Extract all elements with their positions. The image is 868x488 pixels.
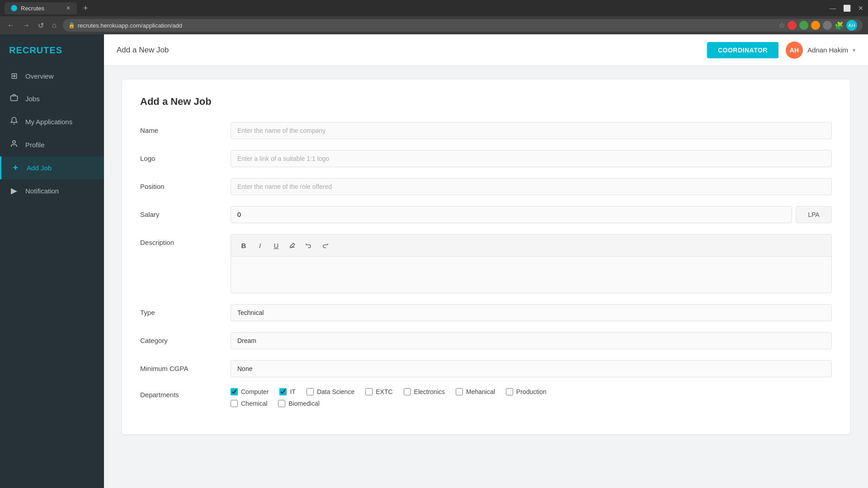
- dept-it[interactable]: IT: [279, 388, 295, 395]
- extensions-icon[interactable]: 🧩: [835, 21, 844, 30]
- dept-extc-label: EXTC: [376, 388, 392, 395]
- name-input[interactable]: [231, 122, 832, 139]
- jobs-icon: [9, 94, 19, 104]
- description-label: Description: [140, 234, 231, 246]
- dept-data-science[interactable]: Data Science: [307, 388, 354, 395]
- dept-computer-label: Computer: [241, 388, 269, 395]
- dept-biomedical-checkbox[interactable]: [278, 400, 285, 407]
- ext-icon-g1[interactable]: [799, 21, 808, 30]
- min-cgpa-select[interactable]: None 6.0 6.5 7.0 7.5 8.0: [231, 360, 832, 377]
- user-initials: AH: [790, 47, 799, 54]
- dept-extc-checkbox[interactable]: [365, 388, 373, 395]
- category-field: Dream Super Dream Open Dream: [231, 332, 832, 349]
- dept-mehanical-checkbox[interactable]: [456, 388, 463, 395]
- my-applications-icon: [9, 117, 19, 127]
- form-row-name: Name: [140, 122, 832, 139]
- user-info[interactable]: AH Adnan Hakim ▾: [786, 42, 855, 59]
- sidebar-item-label: Overview: [25, 72, 54, 80]
- erase-btn[interactable]: [285, 238, 300, 253]
- sidebar-nav: ⊞ Overview Jobs My Applications Prof: [0, 65, 104, 488]
- dept-data-science-checkbox[interactable]: [307, 388, 314, 395]
- dept-extc[interactable]: EXTC: [365, 388, 392, 395]
- ext-icon-acrobat[interactable]: [788, 21, 797, 30]
- dept-it-label: IT: [290, 388, 295, 395]
- sidebar-item-notification[interactable]: ▶ Notification: [0, 179, 104, 202]
- form-card: Add a New Job Name Logo P: [122, 80, 850, 434]
- nav-home-btn[interactable]: ⌂: [50, 19, 58, 31]
- maximize-btn[interactable]: ⬜: [843, 5, 851, 12]
- form-row-salary: Salary LPA: [140, 206, 832, 223]
- user-dropdown-arrow[interactable]: ▾: [853, 47, 855, 53]
- sidebar-item-add-job[interactable]: + Add Job: [0, 156, 104, 179]
- minimize-btn[interactable]: —: [830, 5, 836, 12]
- close-btn[interactable]: ✕: [858, 5, 863, 12]
- dept-data-science-label: Data Science: [317, 388, 354, 395]
- type-select[interactable]: Technical Non-Technical Management: [231, 304, 832, 321]
- underline-btn[interactable]: U: [269, 238, 283, 253]
- dept-production-label: Production: [516, 388, 547, 395]
- page-body: Add a New Job Name Logo P: [104, 66, 868, 488]
- logo-label: Logo: [140, 150, 231, 162]
- nav-refresh-btn[interactable]: ↺: [36, 19, 46, 32]
- redo-btn[interactable]: [318, 238, 332, 253]
- tab-close-btn[interactable]: ✕: [66, 5, 71, 11]
- new-tab-btn[interactable]: +: [80, 4, 91, 13]
- coordinator-button[interactable]: COORDINATOR: [707, 42, 778, 58]
- dept-it-checkbox[interactable]: [279, 388, 287, 395]
- app-layout: RECRUTES ⊞ Overview Jobs My Applications: [0, 34, 868, 488]
- salary-input[interactable]: [231, 206, 792, 223]
- dept-electronics-checkbox[interactable]: [404, 388, 411, 395]
- overview-icon: ⊞: [9, 71, 19, 81]
- dept-biomedical-label: Biomedical: [288, 400, 319, 407]
- description-editor[interactable]: [231, 257, 831, 293]
- sidebar-item-profile[interactable]: Profile: [0, 133, 104, 156]
- form-row-type: Type Technical Non-Technical Management: [140, 304, 832, 321]
- dept-chemical-label: Chemical: [241, 400, 267, 407]
- user-avatar: AH: [786, 42, 803, 59]
- salary-group: LPA: [231, 206, 832, 223]
- sidebar-item-overview[interactable]: ⊞ Overview: [0, 65, 104, 87]
- italic-btn[interactable]: I: [253, 238, 267, 253]
- dept-chemical-checkbox[interactable]: [231, 400, 238, 407]
- logo-input[interactable]: [231, 150, 832, 167]
- position-input[interactable]: [231, 178, 832, 195]
- dept-production-checkbox[interactable]: [506, 388, 513, 395]
- address-bar[interactable]: 🔒 recrutes.herokuapp.com/application/add…: [63, 19, 863, 32]
- dept-biomedical[interactable]: Biomedical: [278, 400, 319, 407]
- bold-btn[interactable]: B: [236, 238, 251, 253]
- category-label: Category: [140, 332, 231, 344]
- dept-electronics[interactable]: Electronics: [404, 388, 445, 395]
- form-row-description: Description B I U: [140, 234, 832, 293]
- browser-tab[interactable]: Recrutes ✕: [5, 2, 77, 14]
- name-field: [231, 122, 832, 139]
- user-name: Adnan Hakim: [807, 46, 848, 54]
- departments-row-1: Computer IT Data Science: [231, 388, 832, 395]
- dept-chemical[interactable]: Chemical: [231, 400, 267, 407]
- sidebar-item-jobs[interactable]: Jobs: [0, 87, 104, 110]
- nav-forward-btn[interactable]: →: [21, 19, 32, 31]
- dept-mehanical[interactable]: Mehanical: [456, 388, 495, 395]
- dept-computer-checkbox[interactable]: [231, 388, 238, 395]
- departments-field: Computer IT Data Science: [231, 388, 832, 407]
- form-row-logo: Logo: [140, 150, 832, 167]
- min-cgpa-label: Minimum CGPA: [140, 360, 231, 372]
- dept-production[interactable]: Production: [506, 388, 547, 395]
- ext-icon-g2[interactable]: [811, 21, 820, 30]
- topbar-breadcrumb: Add a New Job: [117, 46, 700, 55]
- dept-computer[interactable]: Computer: [231, 388, 269, 395]
- form-row-departments: Departments Computer IT: [140, 388, 832, 407]
- category-select[interactable]: Dream Super Dream Open Dream: [231, 332, 832, 349]
- main-content: Add a New Job COORDINATOR AH Adnan Hakim…: [104, 34, 868, 488]
- nav-back-btn[interactable]: ←: [5, 19, 16, 31]
- browser-user-avatar[interactable]: AH: [846, 20, 857, 31]
- star-icon[interactable]: ☆: [778, 21, 785, 30]
- sidebar-item-my-applications[interactable]: My Applications: [0, 110, 104, 133]
- salary-field: LPA: [231, 206, 832, 223]
- min-cgpa-field: None 6.0 6.5 7.0 7.5 8.0: [231, 360, 832, 377]
- position-label: Position: [140, 178, 231, 190]
- svg-rect-0: [11, 96, 18, 101]
- ext-icon-g3[interactable]: [823, 21, 832, 30]
- undo-btn[interactable]: [302, 238, 316, 253]
- type-label: Type: [140, 304, 231, 316]
- position-field: [231, 178, 832, 195]
